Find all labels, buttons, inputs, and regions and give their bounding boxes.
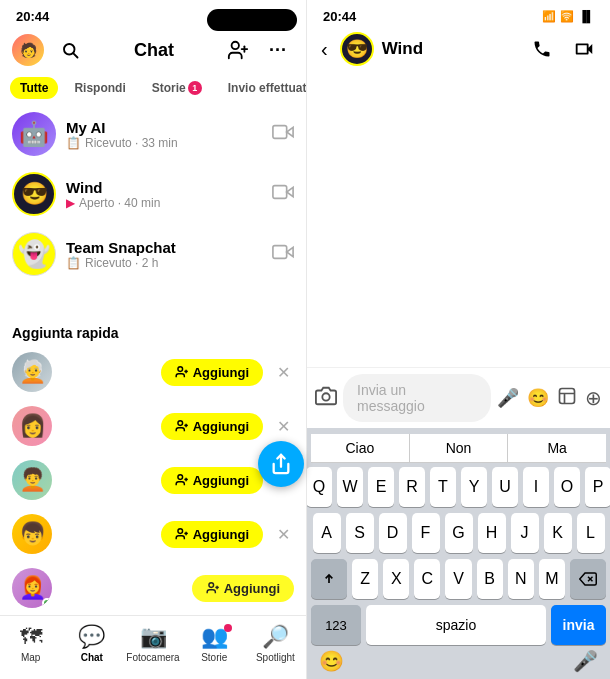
- qa-avatar-1: 🧑‍🦳: [12, 352, 52, 392]
- snapchat-camera-icon[interactable]: [272, 241, 294, 267]
- plus-input-icon[interactable]: ⊕: [585, 386, 602, 410]
- input-bar: Invia un messaggio 🎤 😊 ⊕: [307, 367, 610, 428]
- key-a[interactable]: A: [313, 513, 341, 553]
- tab-rispondi[interactable]: Rispondi: [64, 77, 135, 99]
- right-time: 20:44: [323, 9, 356, 24]
- key-r[interactable]: R: [399, 467, 425, 507]
- myai-name: My AI: [66, 119, 262, 136]
- user-avatar[interactable]: 🧑: [12, 34, 44, 66]
- key-row-2: A S D F G H J K L: [311, 513, 606, 553]
- key-w[interactable]: W: [337, 467, 363, 507]
- key-v[interactable]: V: [445, 559, 471, 599]
- key-o[interactable]: O: [554, 467, 580, 507]
- key-x[interactable]: X: [383, 559, 409, 599]
- right-panel: 20:44 📶 🛜 ▐▌ ‹ 😎 Wind: [307, 0, 610, 679]
- status-bar-right: 20:44 📶 🛜 ▐▌: [307, 0, 610, 28]
- key-j[interactable]: J: [511, 513, 539, 553]
- keyboard-rows: Q W E R T Y U I O P A S D F G H J K: [311, 467, 606, 645]
- left-panel: 20:44 📶 🛜 ▐▌ 🧑 Chat: [0, 0, 307, 679]
- key-send[interactable]: invia: [551, 605, 606, 645]
- dismiss-btn-4[interactable]: ✕: [273, 521, 294, 548]
- key-i[interactable]: I: [523, 467, 549, 507]
- key-c[interactable]: C: [414, 559, 440, 599]
- snapchat-status: 📋 Ricevuto · 2 h: [66, 256, 262, 270]
- snapchat-info: Team Snapchat 📋 Ricevuto · 2 h: [66, 239, 262, 270]
- dismiss-btn-1[interactable]: ✕: [273, 359, 294, 386]
- key-y[interactable]: Y: [461, 467, 487, 507]
- nav-spotlight-label: Spotlight: [256, 652, 295, 663]
- add-btn-4[interactable]: Aggiungi: [161, 521, 263, 548]
- chat-header: 🧑 Chat ···: [0, 28, 306, 72]
- keyboard-mic-icon[interactable]: 🎤: [573, 649, 598, 673]
- suggestion-non[interactable]: Non: [410, 434, 509, 462]
- add-friend-button[interactable]: [222, 34, 254, 66]
- search-button[interactable]: [54, 34, 86, 66]
- key-num[interactable]: 123: [311, 605, 361, 645]
- key-d[interactable]: D: [379, 513, 407, 553]
- nav-camera[interactable]: 📷 Fotocamera: [122, 624, 183, 663]
- key-delete[interactable]: [570, 559, 606, 599]
- nav-chat[interactable]: 💬 Chat: [61, 624, 122, 663]
- svg-point-17: [178, 529, 183, 534]
- tabs-bar: Tutte Rispondi Storie 1 Invio effettuato…: [0, 72, 306, 104]
- myai-camera-icon[interactable]: [272, 121, 294, 147]
- qa-avatar-2: 👩: [12, 406, 52, 446]
- key-m[interactable]: M: [539, 559, 565, 599]
- suggestion-ciao[interactable]: Ciao: [311, 434, 410, 462]
- key-h[interactable]: H: [478, 513, 506, 553]
- tab-storie[interactable]: Storie 1: [142, 77, 212, 99]
- chat-item-wind[interactable]: 😎 Wind ▶ Aperto · 40 min: [0, 164, 306, 224]
- tab-invio[interactable]: Invio effettuato: [218, 77, 306, 99]
- key-e[interactable]: E: [368, 467, 394, 507]
- tab-tutte[interactable]: Tutte: [10, 77, 58, 99]
- keyboard-bottom: 😊 🎤: [311, 645, 606, 675]
- mic-input-icon[interactable]: 🎤: [497, 387, 519, 409]
- keyboard-emoji-icon[interactable]: 😊: [319, 649, 344, 673]
- voice-call-button[interactable]: [526, 33, 558, 65]
- add-btn-5[interactable]: Aggiungi: [192, 575, 294, 602]
- add-btn-2[interactable]: Aggiungi: [161, 413, 263, 440]
- key-l[interactable]: L: [577, 513, 605, 553]
- suggestion-ma[interactable]: Ma: [508, 434, 606, 462]
- qa-avatar-5: 👩‍🦰: [12, 568, 52, 608]
- key-g[interactable]: G: [445, 513, 473, 553]
- right-signal-icon: 📶: [542, 10, 556, 23]
- chat-item-myai[interactable]: 🤖 My AI 📋 Ricevuto · 33 min: [0, 104, 306, 164]
- emoji-input-icon[interactable]: 😊: [527, 387, 549, 409]
- camera-input-button[interactable]: [315, 385, 337, 412]
- wind-status: ▶ Aperto · 40 min: [66, 196, 262, 210]
- add-btn-3[interactable]: Aggiungi: [161, 467, 263, 494]
- video-call-button[interactable]: [568, 33, 600, 65]
- key-b[interactable]: B: [477, 559, 503, 599]
- dismiss-btn-2[interactable]: ✕: [273, 413, 294, 440]
- wind-camera-icon[interactable]: [272, 181, 294, 207]
- nav-spotlight[interactable]: 🔎 Spotlight: [245, 624, 306, 663]
- quick-add-item-4: 👦 Aggiungi ✕: [0, 507, 306, 561]
- wind-name: Wind: [66, 179, 262, 196]
- nav-storie[interactable]: 👥 Storie: [184, 624, 245, 663]
- key-space[interactable]: spazio: [366, 605, 546, 645]
- key-f[interactable]: F: [412, 513, 440, 553]
- key-t[interactable]: T: [430, 467, 456, 507]
- key-n[interactable]: N: [508, 559, 534, 599]
- more-options-button[interactable]: ···: [262, 34, 294, 66]
- key-row-3: Z X C V B N M: [311, 559, 606, 599]
- key-k[interactable]: K: [544, 513, 572, 553]
- add-label-1: Aggiungi: [193, 365, 249, 380]
- key-p[interactable]: P: [585, 467, 610, 507]
- add-btn-1[interactable]: Aggiungi: [161, 359, 263, 386]
- quick-add-list: 🧑‍🦳 Aggiungi ✕ 👩 Aggiungi ✕: [0, 345, 306, 615]
- user-avatar-img: 🧑: [20, 42, 37, 58]
- key-s[interactable]: S: [346, 513, 374, 553]
- message-input[interactable]: Invia un messaggio: [343, 374, 491, 422]
- key-z[interactable]: Z: [352, 559, 378, 599]
- back-button[interactable]: ‹: [317, 34, 332, 65]
- key-u[interactable]: U: [492, 467, 518, 507]
- sticker-input-icon[interactable]: [557, 386, 577, 410]
- wind-chat-avatar[interactable]: 😎: [340, 32, 374, 66]
- share-fab-button[interactable]: [258, 441, 304, 487]
- key-shift[interactable]: [311, 559, 347, 599]
- chat-item-snapchat[interactable]: 👻 Team Snapchat 📋 Ricevuto · 2 h: [0, 224, 306, 284]
- nav-map[interactable]: 🗺 Map: [0, 624, 61, 663]
- key-q[interactable]: Q: [307, 467, 332, 507]
